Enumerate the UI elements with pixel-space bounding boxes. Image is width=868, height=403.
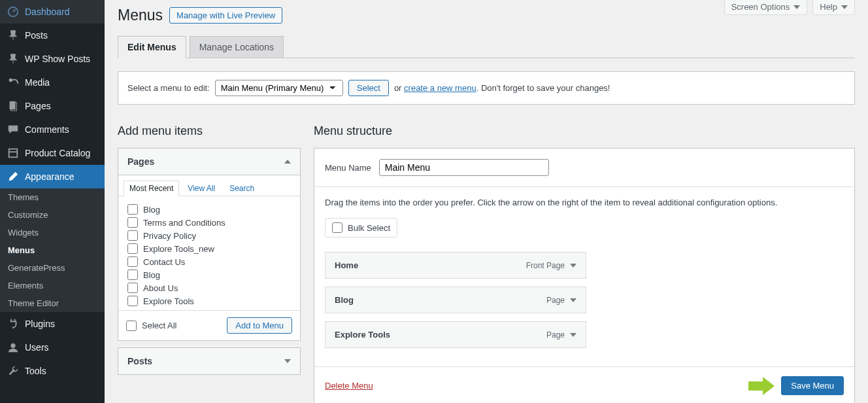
page-checkbox[interactable]: Explore Tools <box>127 294 293 307</box>
sidebar-item-label: Users <box>25 342 49 353</box>
pages-accordion-toggle[interactable]: Pages <box>118 149 300 175</box>
live-preview-button[interactable]: Manage with Live Preview <box>169 7 282 24</box>
save-menu-button[interactable]: Save Menu <box>781 376 844 395</box>
subtab-search[interactable]: Search <box>224 181 260 196</box>
user-icon <box>7 341 20 354</box>
select-button[interactable]: Select <box>348 80 389 96</box>
submenu-item-generatepress[interactable]: GeneratePress <box>0 259 105 277</box>
sidebar-item-appearance[interactable]: Appearance <box>0 165 105 188</box>
help-button[interactable]: Help <box>812 0 855 15</box>
sidebar-item-wp-show-posts[interactable]: WP Show Posts <box>0 47 105 71</box>
tab-edit-menus[interactable]: Edit Menus <box>118 36 186 58</box>
bulk-select[interactable]: Bulk Select <box>325 218 397 237</box>
submenu: ThemesCustomizeWidgetsMenusGeneratePress… <box>0 188 105 312</box>
sidebar-item-label: Dashboard <box>25 7 70 17</box>
chevron-down-icon <box>570 298 576 302</box>
menu-name-label: Menu Name <box>325 163 371 173</box>
menu-name-input[interactable] <box>379 159 549 176</box>
menu-structure-heading: Menu structure <box>314 124 855 138</box>
sidebar-item-dashboard[interactable]: Dashboard <box>0 0 105 24</box>
sidebar-item-label: Posts <box>25 30 48 41</box>
sidebar-item-plugins[interactable]: Plugins <box>0 312 105 336</box>
pin-icon <box>7 29 20 42</box>
sidebar-item-label: Comments <box>25 124 69 135</box>
sidebar-item-label: WP Show Posts <box>25 54 90 64</box>
posts-accordion: Posts <box>118 347 301 375</box>
nav-tabs: Edit MenusManage Locations <box>118 36 855 58</box>
submenu-item-elements[interactable]: Elements <box>0 277 105 294</box>
select-all-checkbox[interactable]: Select All <box>126 319 176 332</box>
add-to-menu-button[interactable]: Add to Menu <box>227 317 292 334</box>
chevron-down-icon <box>793 5 800 9</box>
submenu-item-customize[interactable]: Customize <box>0 206 105 224</box>
svg-rect-4 <box>9 149 18 158</box>
catalog-icon <box>7 147 20 160</box>
menu-structure-box: Menu Name Drag the items into the order … <box>314 148 855 403</box>
submenu-item-widgets[interactable]: Widgets <box>0 224 105 241</box>
submenu-item-theme-editor[interactable]: Theme Editor <box>0 294 105 312</box>
sidebar-item-media[interactable]: Media <box>0 71 105 94</box>
subtab-view-all[interactable]: View All <box>182 181 221 196</box>
wrench-icon <box>7 364 20 377</box>
page-checkbox[interactable]: Terms and Conditions <box>127 216 293 229</box>
sidebar-item-label: Appearance <box>25 171 75 182</box>
page-checkbox[interactable]: Blog <box>127 268 293 281</box>
media-icon <box>7 76 20 89</box>
sidebar-item-label: Product Catalog <box>25 148 90 158</box>
sidebar-item-label: Plugins <box>25 319 55 329</box>
drag-hint: Drag the items into the order you prefer… <box>325 198 844 207</box>
menu-select-bar: Select a menu to edit: Main Menu (Primar… <box>118 71 855 105</box>
tab-manage-locations[interactable]: Manage Locations <box>190 36 284 58</box>
chevron-down-icon <box>284 359 291 363</box>
screen-options-button[interactable]: Screen Options <box>724 0 808 15</box>
chevron-down-icon <box>570 333 576 337</box>
sidebar-item-tools[interactable]: Tools <box>0 359 105 383</box>
pin-icon <box>7 52 20 65</box>
svg-point-1 <box>9 79 12 82</box>
sidebar-item-label: Pages <box>25 101 51 111</box>
svg-point-6 <box>10 343 15 348</box>
submenu-item-menus[interactable]: Menus <box>0 241 105 259</box>
sidebar-item-posts[interactable]: Posts <box>0 24 105 47</box>
sidebar-item-label: Media <box>25 77 50 88</box>
sidebar-item-label: Tools <box>25 366 46 376</box>
page-checkbox[interactable]: Contact Us <box>127 255 293 268</box>
add-items-heading: Add menu items <box>118 124 301 138</box>
pages-accordion: Pages Most RecentView AllSearch BlogTerm… <box>118 148 301 341</box>
posts-accordion-toggle[interactable]: Posts <box>118 348 300 374</box>
menu-item[interactable]: Explore ToolsPage <box>325 321 586 348</box>
subtab-most-recent[interactable]: Most Recent <box>124 181 179 196</box>
sidebar-item-users[interactable]: Users <box>0 336 105 359</box>
sidebar-item-comments[interactable]: Comments <box>0 118 105 141</box>
chevron-down-icon <box>570 264 576 268</box>
plugin-icon <box>7 317 20 330</box>
main-content: Screen Options Help Menus Manage with Li… <box>105 0 868 403</box>
menu-item[interactable]: BlogPage <box>325 287 586 313</box>
dashboard-icon <box>7 5 20 18</box>
brush-icon <box>7 170 20 183</box>
chevron-up-icon <box>284 160 291 164</box>
admin-sidebar: DashboardPostsWP Show PostsMediaPagesCom… <box>0 0 105 403</box>
menu-select[interactable]: Main Menu (Primary Menu) <box>215 80 343 96</box>
comment-icon <box>7 123 20 136</box>
delete-menu-link[interactable]: Delete Menu <box>325 381 373 391</box>
page-checkbox[interactable]: Blog <box>127 203 293 216</box>
page-title: Menus <box>118 7 163 24</box>
menu-item[interactable]: HomeFront Page <box>325 252 586 279</box>
pages-icon <box>7 99 20 113</box>
pages-list[interactable]: BlogTerms and ConditionsPrivacy PolicyEx… <box>118 196 300 310</box>
sidebar-item-product-catalog[interactable]: Product Catalog <box>0 141 105 165</box>
sidebar-item-pages[interactable]: Pages <box>0 94 105 118</box>
chevron-down-icon <box>841 5 848 9</box>
page-checkbox[interactable]: Privacy Policy <box>127 229 293 242</box>
page-checkbox[interactable]: About Us <box>127 281 293 294</box>
create-menu-link[interactable]: create a new menu <box>404 83 476 93</box>
page-checkbox[interactable]: Explore Tools_new <box>127 242 293 255</box>
arrow-callout-icon <box>748 377 777 395</box>
submenu-item-themes[interactable]: Themes <box>0 188 105 206</box>
select-menu-label: Select a menu to edit: <box>127 83 210 93</box>
